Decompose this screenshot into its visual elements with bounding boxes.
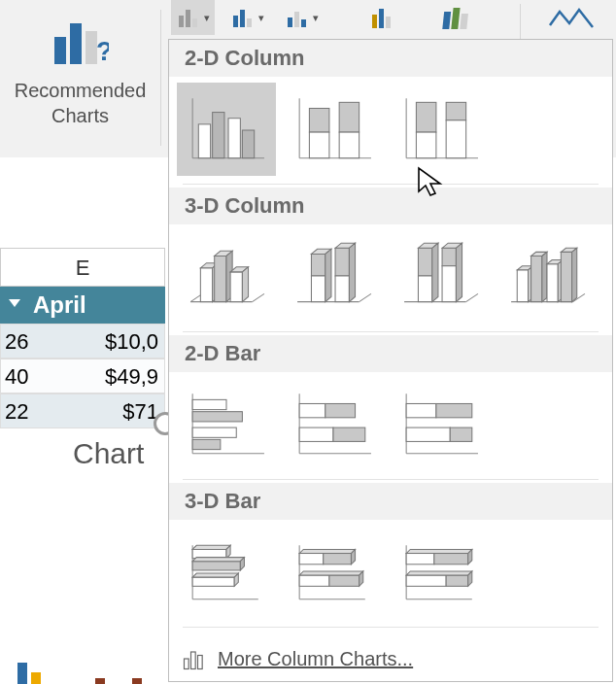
svg-rect-35 <box>446 102 466 120</box>
svg-rect-77 <box>547 264 558 302</box>
chart-option-3d-clustered-bar[interactable] <box>177 526 276 619</box>
svg-rect-1 <box>70 23 82 64</box>
svg-rect-23 <box>228 119 240 158</box>
chart-option-stacked-column[interactable] <box>284 83 383 176</box>
stacked-bar-icon <box>293 388 373 462</box>
ribbon-bar-chart-button[interactable]: ▾ <box>225 0 269 35</box>
three-d-full-stacked-bar-icon <box>400 535 480 609</box>
chart-option-3d-stacked-column[interactable] <box>284 230 383 324</box>
svg-rect-74 <box>531 256 542 301</box>
svg-rect-56 <box>335 276 349 302</box>
chart-option-100-stacked-column[interactable] <box>391 83 490 176</box>
chart-option-3d-100-stacked-bar[interactable] <box>391 526 490 619</box>
svg-rect-28 <box>309 132 329 158</box>
chart-option-3d-clustered-column[interactable] <box>177 230 276 324</box>
full-stacked-column-icon <box>400 92 480 166</box>
table-cell[interactable]: 22 $71 <box>0 393 165 428</box>
three-d-clustered-column-icon <box>187 240 266 314</box>
svg-rect-65 <box>442 248 456 265</box>
svg-rect-133 <box>191 652 196 669</box>
table-cell[interactable]: 26 $10,0 <box>0 324 165 359</box>
section-header-3d-column: 3-D Column <box>169 188 612 224</box>
column-header[interactable]: E <box>0 248 165 287</box>
svg-rect-80 <box>561 252 571 301</box>
svg-rect-115 <box>324 554 352 564</box>
column-chart-icon <box>181 645 208 672</box>
section-header-2d-column: 2-D Column <box>169 40 612 77</box>
ribbon-map-chart-button[interactable] <box>428 0 486 35</box>
svg-rect-129 <box>446 575 468 586</box>
svg-rect-88 <box>192 439 221 449</box>
clustered-bar-icon <box>187 388 266 462</box>
three-d-full-stacked-column-icon <box>400 240 480 314</box>
svg-rect-99 <box>406 428 450 441</box>
svg-rect-46 <box>230 272 242 302</box>
svg-rect-109 <box>192 577 234 586</box>
svg-line-50 <box>359 293 371 301</box>
svg-rect-8 <box>240 10 245 27</box>
svg-marker-110 <box>192 573 238 577</box>
filter-dropdown-icon[interactable] <box>9 299 20 307</box>
chart-option-100-stacked-bar[interactable] <box>391 378 490 471</box>
svg-rect-132 <box>185 659 189 669</box>
chart-option-3d-column[interactable] <box>497 230 597 324</box>
chart-option-3d-stacked-bar[interactable] <box>284 526 383 619</box>
ribbon-stock-chart-button[interactable] <box>359 0 403 35</box>
section-header-2d-bar: 2-D Bar <box>169 335 612 372</box>
svg-rect-40 <box>200 268 212 302</box>
svg-rect-124 <box>406 554 434 564</box>
chevron-down-icon: ▾ <box>204 12 210 24</box>
svg-marker-116 <box>299 549 355 553</box>
table-cell[interactable]: 40 $49,9 <box>0 359 165 393</box>
svg-text:?: ? <box>96 36 109 66</box>
svg-rect-27 <box>309 108 329 132</box>
svg-marker-68 <box>456 243 462 301</box>
svg-rect-9 <box>247 18 252 27</box>
chart-option-clustered-column[interactable] <box>177 83 276 176</box>
svg-rect-93 <box>299 428 333 441</box>
chart-preview-fragment <box>0 655 165 684</box>
recommended-charts-button[interactable]: ? Recommended Charts <box>0 0 160 154</box>
three-d-stacked-bar-icon <box>293 535 373 609</box>
svg-rect-33 <box>416 102 436 132</box>
svg-marker-64 <box>432 243 438 301</box>
svg-rect-0 <box>54 37 66 64</box>
clustered-column-icon <box>187 92 266 166</box>
ribbon-sparkline-button[interactable] <box>538 0 606 35</box>
svg-marker-48 <box>242 267 248 302</box>
svg-marker-130 <box>406 571 472 575</box>
table-header-label: April <box>33 291 86 319</box>
sparkline-icon <box>548 4 597 31</box>
chart-option-stacked-bar[interactable] <box>284 378 383 471</box>
svg-rect-6 <box>192 18 197 27</box>
svg-rect-16 <box>442 12 451 29</box>
chevron-down-icon: ▾ <box>313 12 319 24</box>
three-d-stacked-column-icon <box>293 240 373 314</box>
svg-rect-43 <box>215 256 226 301</box>
svg-rect-61 <box>418 248 431 276</box>
svg-rect-10 <box>288 17 292 27</box>
svg-rect-29 <box>339 102 359 132</box>
chart-type-dropdown-panel: 2-D Column 3-D Column <box>168 39 613 682</box>
ribbon-column-chart-button[interactable]: ▾ <box>171 0 215 35</box>
map-chart-icon <box>442 4 471 31</box>
svg-line-60 <box>466 293 478 301</box>
chart-option-clustered-bar[interactable] <box>177 378 276 471</box>
svg-rect-22 <box>213 113 224 158</box>
svg-rect-52 <box>311 276 325 302</box>
svg-rect-87 <box>192 428 236 437</box>
chart-option-3d-100-stacked-column[interactable] <box>391 230 490 324</box>
table-header-cell[interactable]: April <box>0 287 165 324</box>
svg-rect-118 <box>299 575 329 586</box>
svg-rect-98 <box>436 403 472 417</box>
svg-rect-71 <box>517 270 528 302</box>
svg-rect-11 <box>294 12 299 27</box>
svg-rect-55 <box>335 248 349 276</box>
more-column-charts-label: More Column Charts... <box>218 648 413 670</box>
more-column-charts-link[interactable]: More Column Charts... <box>169 636 612 681</box>
svg-rect-86 <box>192 412 242 422</box>
ribbon-combo-chart-button[interactable]: ▾ <box>280 0 324 35</box>
svg-rect-128 <box>406 575 446 586</box>
chart-title-placeholder[interactable]: Chart <box>73 437 144 470</box>
svg-rect-114 <box>299 554 324 564</box>
